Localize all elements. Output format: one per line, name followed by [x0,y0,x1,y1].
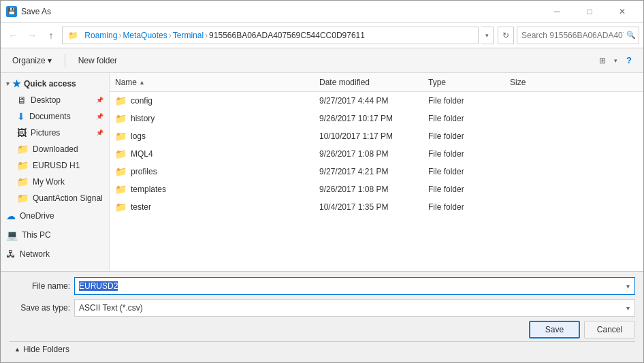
col-header-size[interactable]: Size [504,73,559,91]
save-as-dialog: 💾 Save As ─ □ ✕ ← → ↑ 📁 Roaming › MetaQu… [0,0,644,363]
search-input[interactable] [521,31,624,40]
hide-folders-row[interactable]: ▲ Hide Folders [9,341,635,357]
row-name: logs [131,131,146,141]
mywork-folder-icon: 📁 [17,176,29,187]
documents-folder-icon: ⬇ [17,111,25,122]
sidebar-item-quantaction[interactable]: 📁 QuantAction Signal [1,190,109,206]
main-content: ▾ ★ Quick access 🖥 Desktop 📌 ⬇ Documents… [1,73,643,271]
address-breadcrumb[interactable]: 📁 Roaming › MetaQuotes › Terminal › 9155… [62,27,479,44]
file-list-header: Name ▲ Date modified Type Size [110,73,643,92]
sidebar-item-downloaded[interactable]: 📁 Downloaded [1,141,109,157]
search-box[interactable]: 🔍 [517,27,639,44]
minimize-button[interactable]: ─ [541,1,573,22]
save-button[interactable]: Save [529,321,580,338]
sidebar-item-eurusd[interactable]: 📁 EURUSD H1 [1,157,109,174]
col-header-type[interactable]: Type [423,73,504,91]
sidebar-item-mywork-label: My Work [33,177,65,187]
address-dropdown[interactable]: ▾ [481,27,494,44]
organize-button[interactable]: Organize ▾ [6,52,58,69]
sidebar: ▾ ★ Quick access 🖥 Desktop 📌 ⬇ Documents… [1,73,110,271]
row-type: File folder [423,114,504,123]
row-date: 9/27/2017 4:44 PM [314,96,423,106]
title-bar: 💾 Save As ─ □ ✕ [1,1,643,22]
table-row[interactable]: 📁 config 9/27/2017 4:44 PM File folder [110,92,643,110]
window-title: Save As [21,7,541,16]
row-type: File folder [423,185,504,194]
hide-folders-chevron: ▲ [14,346,20,353]
desktop-folder-icon: 🖥 [17,95,27,106]
quick-access-label: Quick access [24,79,76,89]
quantaction-folder-icon: 📁 [17,193,29,204]
sidebar-item-network[interactable]: 🖧 Network [1,244,109,264]
breadcrumb-id: 915566BA06ADA407569C544CC0D97611 [209,31,365,40]
table-row[interactable]: 📁 history 9/26/2017 10:17 PM File folder [110,110,643,127]
breadcrumb-roaming[interactable]: Roaming [84,31,117,40]
row-folder-icon: 📁 [115,184,127,195]
buttons-row: Save Cancel [9,321,635,338]
col-header-date[interactable]: Date modified [314,73,423,91]
quick-access-star-icon: ★ [12,78,21,89]
forward-button[interactable]: → [24,27,40,44]
sidebar-item-pictures[interactable]: 🖼 Pictures 📌 [1,125,109,141]
table-row[interactable]: 📁 tester 10/4/2017 1:35 PM File folder [110,198,643,216]
savetype-select[interactable]: ASCII Text (*.csv) [74,299,635,317]
table-row[interactable]: 📁 logs 10/10/2017 1:17 PM File folder [110,127,643,145]
sidebar-item-mywork[interactable]: 📁 My Work [1,174,109,190]
row-date: 10/10/2017 1:17 PM [314,131,423,141]
up-button[interactable]: ↑ [43,27,59,44]
breadcrumb-metaquotes[interactable]: MetaQuotes [123,31,167,40]
hide-folders-label: Hide Folders [23,345,69,354]
network-icon: 🖧 [6,249,16,259]
row-name: MQL4 [131,149,153,159]
views-dropdown[interactable]: ▾ [614,57,617,64]
sidebar-item-onedrive[interactable]: ☁ OneDrive [1,206,109,225]
address-bar-row: ← → ↑ 📁 Roaming › MetaQuotes › Terminal … [1,22,643,48]
bottom-area: File name: Save as type: ASCII Text (*.c… [1,271,643,362]
row-type: File folder [423,202,504,212]
quick-access-chevron: ▾ [6,80,10,87]
eurusd-folder-icon: 📁 [17,160,29,171]
filename-input-wrapper [74,277,635,295]
maximize-button[interactable]: □ [574,1,605,22]
sidebar-item-documents[interactable]: ⬇ Documents 📌 [1,108,109,125]
breadcrumb-terminal[interactable]: Terminal [173,31,204,40]
back-button[interactable]: ← [5,27,21,44]
sidebar-item-downloaded-label: Downloaded [33,144,78,154]
help-button[interactable]: ? [620,52,638,69]
organize-chevron: ▾ [48,56,52,65]
row-folder-icon: 📁 [115,148,127,159]
documents-pin-icon: 📌 [96,113,103,120]
sidebar-item-eurusd-label: EURUSD H1 [33,161,80,170]
row-folder-icon: 📁 [115,95,127,106]
refresh-button[interactable]: ↻ [498,27,514,44]
row-type: File folder [423,167,504,176]
pictures-folder-icon: 🖼 [17,127,27,138]
table-row[interactable]: 📁 templates 9/26/2017 1:08 PM File folde… [110,180,643,198]
row-name: templates [131,185,166,194]
row-folder-icon: 📁 [115,131,127,142]
row-date: 9/26/2017 1:08 PM [314,149,423,159]
filename-row: File name: [9,277,635,295]
file-area: Name ▲ Date modified Type Size 📁 con [110,73,643,271]
row-name: profiles [131,167,157,176]
views-button[interactable]: ⊞ [594,52,611,69]
quick-access-header[interactable]: ▾ ★ Quick access [1,76,109,92]
row-date: 9/26/2017 1:08 PM [314,185,423,194]
table-row[interactable]: 📁 MQL4 9/26/2017 1:08 PM File folder [110,145,643,163]
savetype-label: Save as type: [9,303,70,313]
sidebar-item-thispc[interactable]: 💻 This PC [1,225,109,244]
close-button[interactable]: ✕ [607,1,638,22]
toolbar-right: ⊞ ▾ ? [594,52,638,69]
cancel-button[interactable]: Cancel [584,321,635,338]
new-folder-button[interactable]: New folder [72,52,123,69]
filename-label: File name: [9,281,70,291]
row-name: history [131,114,155,123]
filename-input[interactable] [74,277,635,295]
row-date: 10/4/2017 1:35 PM [314,202,423,212]
sidebar-item-desktop[interactable]: 🖥 Desktop 📌 [1,92,109,108]
window-icon: 💾 [6,6,17,17]
table-row[interactable]: 📁 profiles 9/27/2017 4:21 PM File folder [110,163,643,180]
savetype-row: Save as type: ASCII Text (*.csv) [9,299,635,317]
row-folder-icon: 📁 [115,202,127,212]
col-header-name[interactable]: Name ▲ [110,73,314,91]
